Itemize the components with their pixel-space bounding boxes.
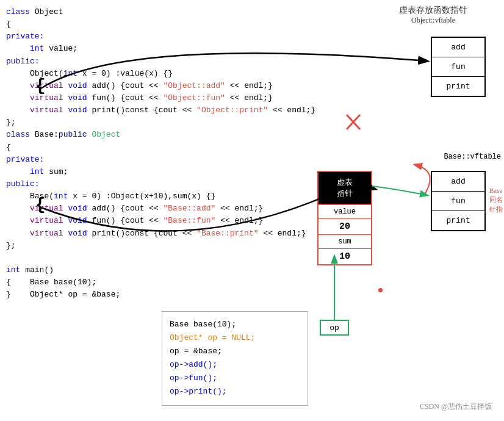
code-line-20: }; [6,240,315,252]
code-line-16: Base(int x = 0) :Object(x+10),sum(x) {} [6,190,315,203]
base-anno-line3: 针指 [489,205,503,214]
vtable-pointer-label: 虚表指针 [319,172,371,205]
brace-base: { [35,195,46,214]
code-box-line-4: op->add(); [170,358,300,372]
base-annotation: Base 同名 针指 [489,186,503,214]
code-box-line-3: op = &base; [170,345,300,358]
object-vftable-label: Object::vftable [399,16,467,25]
base-vftable-box: add fun print [431,171,486,231]
code-area: class Object { private: int value; publi… [6,6,315,301]
code-line-main3: } Object* op = &base; [6,289,315,301]
vtable-title-label: 虚表存放函数指针 Object::vftable [399,5,467,25]
vtable-cn-label: 虚表存放函数指针 [399,5,467,16]
base-anno-line1: Base [489,186,503,195]
code-line-7: virtual void add() {cout << "Object::add… [6,80,315,92]
red-dot [378,288,383,292]
code-line-1: class Object [6,6,315,18]
base-vftable-row-print: print [432,211,484,230]
obj-vftable-row-print: print [432,77,484,96]
code-line-11: class Base:public Object [6,129,315,141]
sum-label: sum [319,235,371,249]
sum-number: 10 [319,249,371,264]
code-line-14: int sum; [6,166,315,178]
code-line-13: private: [6,154,315,166]
svg-line-0 [347,115,360,129]
base-vftable-row-add: add [432,172,484,192]
code-line-main: int main() [6,264,315,276]
code-line-15: public: [6,178,315,190]
code-box-line-2: Object* op = NULL; [170,331,300,345]
op-label: op [329,323,339,333]
base-vftable-label: Base::vftable [444,153,501,161]
obj-vftable-row-fun: fun [432,57,484,77]
code-line-5: public: [6,56,315,68]
svg-line-1 [347,115,360,129]
code-line-blank [6,252,315,264]
code-line-18: virtual void fun() {cout << "Base::fun" … [6,215,315,227]
code-line-10: }; [6,117,315,129]
code-box-bottom: Base base(10); Object* op = NULL; op = &… [162,311,308,406]
obj-vftable-row-add: add [432,38,484,57]
code-line-3: private: [6,31,315,43]
base-instance-box: 虚表指针 value 20 sum 10 [317,171,372,265]
code-line-17: virtual void add() {cout << "Base::add" … [6,203,315,215]
watermark: CSDN @悲伤土豆拌饭 [420,401,492,412]
code-box-line-6: op->print(); [170,385,300,398]
code-line-6: Object(int x = 0) :value(x) {} [6,68,315,80]
code-line-8: virtual void fun() {cout << "Object::fun… [6,92,315,104]
code-line-19: virtual void print()const {cout << "Base… [6,228,315,240]
base-anno-line2: 同名 [489,195,503,204]
code-line-2: { [6,18,315,31]
value-number: 20 [319,219,371,235]
code-line-12: { [6,142,315,154]
object-vftable-box: add fun print [431,37,486,97]
value-label: value [319,205,371,219]
base-vftable-row-fun: fun [432,192,484,211]
code-box-line-5: op->fun(); [170,372,300,385]
code-line-main2: { Base base(10); [6,276,315,289]
op-box: op [320,320,349,336]
code-box-line-1: Base base(10); [170,318,300,331]
code-line-4: int value; [6,43,315,55]
keyword-class: class [6,7,35,16]
code-line-9: virtual void print()const {cout << "Obje… [6,104,315,117]
class-name-object: Object [35,7,63,16]
brace-object: { [35,76,46,95]
